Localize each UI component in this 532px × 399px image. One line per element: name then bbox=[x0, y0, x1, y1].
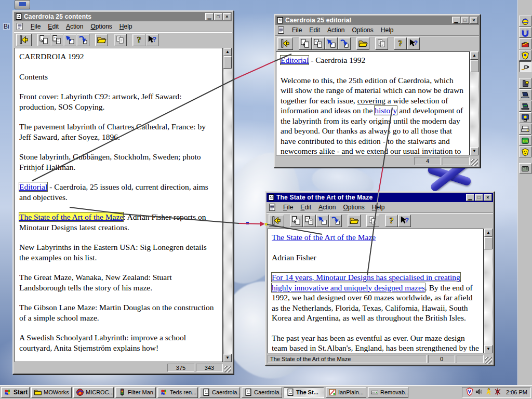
desktop-icon-partial[interactable] bbox=[15, 0, 30, 9]
taskbar-button-removab[interactable]: Removab... bbox=[368, 387, 408, 398]
titlebar[interactable]: Caerdroia 25 editorial ▁ □ × bbox=[275, 16, 479, 25]
menu-edit[interactable]: Edit bbox=[305, 25, 324, 35]
close-button[interactable]: × bbox=[470, 17, 478, 24]
resize-grip[interactable] bbox=[471, 159, 478, 166]
copy-document-icon[interactable] bbox=[37, 34, 50, 46]
link-history[interactable]: history bbox=[375, 106, 397, 115]
bug-tool-icon[interactable] bbox=[519, 16, 531, 26]
memory-card-tool-icon[interactable] bbox=[519, 163, 531, 174]
open-folder-icon[interactable] bbox=[348, 215, 361, 227]
menu-help[interactable]: Help bbox=[377, 25, 397, 35]
link-editorial[interactable]: Editorial bbox=[19, 182, 47, 191]
scroll-down-button[interactable]: ▼ bbox=[484, 345, 493, 353]
help-icon[interactable]: ? bbox=[385, 215, 398, 227]
scroll-up-button[interactable]: ▲ bbox=[223, 48, 232, 56]
menu-file[interactable]: File bbox=[288, 25, 305, 35]
taskbar-button-microc[interactable]: MICROC... bbox=[73, 387, 114, 398]
taskbar-button-moworks[interactable]: MOWorks bbox=[31, 387, 72, 398]
scroll-down-button[interactable]: ▼ bbox=[470, 147, 478, 155]
magnet-tool-icon[interactable] bbox=[519, 27, 531, 38]
maximize-button[interactable]: □ bbox=[461, 17, 469, 24]
link-editorial[interactable]: Editorial bbox=[281, 56, 309, 64]
vertical-scrollbar[interactable]: ▲ ▼ bbox=[223, 48, 232, 362]
plug-tool-icon[interactable] bbox=[519, 61, 531, 72]
menu-action[interactable]: Action bbox=[315, 203, 339, 212]
antivirus-shield-icon[interactable] bbox=[466, 388, 474, 397]
desktop-icon-label[interactable]: Bi bbox=[3, 23, 10, 30]
start-link-icon[interactable] bbox=[325, 37, 338, 50]
close-button[interactable]: × bbox=[484, 194, 492, 201]
scroll-thumb[interactable] bbox=[470, 60, 478, 72]
taskbar-button-caerdroia[interactable]: Caerdroia... bbox=[242, 387, 282, 398]
menu-edit[interactable]: Edit bbox=[44, 22, 62, 31]
help-icon[interactable]: ? bbox=[394, 37, 407, 50]
taskbar-button-caerdroia[interactable]: Caerdroia... bbox=[200, 387, 240, 398]
menu-options[interactable]: Options bbox=[339, 203, 368, 212]
resize-grip[interactable] bbox=[224, 366, 231, 373]
menu-options[interactable]: Options bbox=[87, 22, 115, 31]
vertical-scrollbar[interactable]: ▲ ▼ bbox=[470, 51, 478, 155]
start-link-icon[interactable] bbox=[316, 215, 329, 227]
taskbar-button-filterman[interactable]: Filter Man... bbox=[115, 387, 156, 398]
open-folder-icon[interactable] bbox=[356, 37, 369, 50]
menu-help[interactable]: Help bbox=[116, 22, 136, 31]
resize-grip[interactable] bbox=[485, 357, 492, 364]
menu-help[interactable]: Help bbox=[368, 203, 389, 212]
open-folder-icon[interactable] bbox=[95, 34, 108, 46]
paste-document-icon[interactable]: º bbox=[303, 215, 316, 227]
taskbar-button-ianplain[interactable]: IanPlain... bbox=[326, 387, 366, 398]
window-state-of-the-art-maze[interactable]: The State of the Art of the Maze ▁ □ × F… bbox=[265, 191, 495, 366]
maximize-button[interactable]: □ bbox=[475, 194, 483, 201]
toolbox-tool-icon[interactable] bbox=[519, 38, 531, 49]
ok-stamp-tool-icon[interactable]: OK bbox=[519, 135, 531, 146]
scroll-up-button[interactable]: ▲ bbox=[484, 229, 493, 237]
menu-action[interactable]: Action bbox=[62, 22, 87, 31]
end-link-icon[interactable] bbox=[338, 37, 351, 50]
copy-icon[interactable] bbox=[366, 215, 379, 227]
help-icon[interactable]: ? bbox=[132, 34, 145, 46]
close-button[interactable]: × bbox=[223, 13, 231, 20]
volume-icon[interactable] bbox=[475, 388, 483, 397]
copy-document-icon[interactable] bbox=[299, 37, 312, 50]
minimize-button[interactable]: ▁ bbox=[452, 17, 460, 24]
scroll-up-button[interactable]: ▲ bbox=[470, 51, 478, 60]
window-caerdroia-editorial[interactable]: Caerdroia 25 editorial ▁ □ × FileEditAct… bbox=[274, 14, 481, 168]
context-help-icon[interactable]: ? bbox=[407, 37, 420, 50]
taskbar-button-thest[interactable]: The St... bbox=[284, 387, 324, 398]
vertical-scrollbar[interactable]: ▲ ▼ bbox=[484, 229, 493, 353]
minimize-button[interactable]: ▁ bbox=[205, 13, 214, 20]
system-menu-icon[interactable] bbox=[277, 26, 286, 34]
window-caerdroia-contents[interactable]: Caerdroia 25 contents ▁ □ × FileEditActi… bbox=[12, 10, 234, 375]
boot-lock-tool-icon[interactable] bbox=[519, 78, 531, 89]
menu-action[interactable]: Action bbox=[324, 25, 348, 35]
menu-file[interactable]: File bbox=[27, 22, 44, 31]
monitor-tool-icon[interactable] bbox=[519, 112, 531, 123]
laptop-tool-icon[interactable] bbox=[519, 89, 531, 100]
end-link-icon[interactable] bbox=[329, 215, 342, 227]
scheduler-flower-icon[interactable] bbox=[494, 388, 502, 397]
taskbar-button-tedsren[interactable]: Teds ren... bbox=[157, 387, 198, 398]
back-follow-link-icon[interactable] bbox=[16, 34, 32, 46]
link-the-state-of-the[interactable]: The State of the Art of the Maze bbox=[272, 233, 376, 242]
copy-document-icon[interactable] bbox=[290, 215, 303, 227]
maximize-button[interactable]: □ bbox=[214, 13, 222, 20]
titlebar[interactable]: Caerdroia 25 contents ▁ □ × bbox=[14, 12, 232, 21]
start-link-icon[interactable] bbox=[63, 34, 76, 46]
scroll-thumb[interactable] bbox=[223, 56, 232, 69]
back-follow-link-icon[interactable] bbox=[269, 215, 284, 227]
start-button[interactable]: Start bbox=[1, 387, 30, 398]
end-link-icon[interactable] bbox=[76, 34, 89, 46]
scroll-down-button[interactable]: ▼ bbox=[223, 354, 232, 362]
copy-icon[interactable] bbox=[375, 37, 388, 50]
paste-document-icon[interactable]: º bbox=[50, 34, 63, 46]
context-help-icon[interactable]: ? bbox=[145, 34, 158, 46]
minimize-button[interactable]: ▁ bbox=[466, 194, 474, 201]
titlebar[interactable]: The State of the Art of the Maze ▁ □ × bbox=[267, 193, 493, 202]
system-menu-icon[interactable] bbox=[16, 22, 25, 31]
menu-file[interactable]: File bbox=[280, 203, 297, 212]
system-menu-icon[interactable] bbox=[268, 203, 277, 211]
menu-options[interactable]: Options bbox=[348, 25, 377, 35]
badge-tool-icon[interactable] bbox=[519, 50, 531, 61]
link-the-state-of-the[interactable]: The State of the Art of the Maze bbox=[19, 212, 123, 221]
messenger-runner-icon[interactable] bbox=[484, 388, 493, 397]
